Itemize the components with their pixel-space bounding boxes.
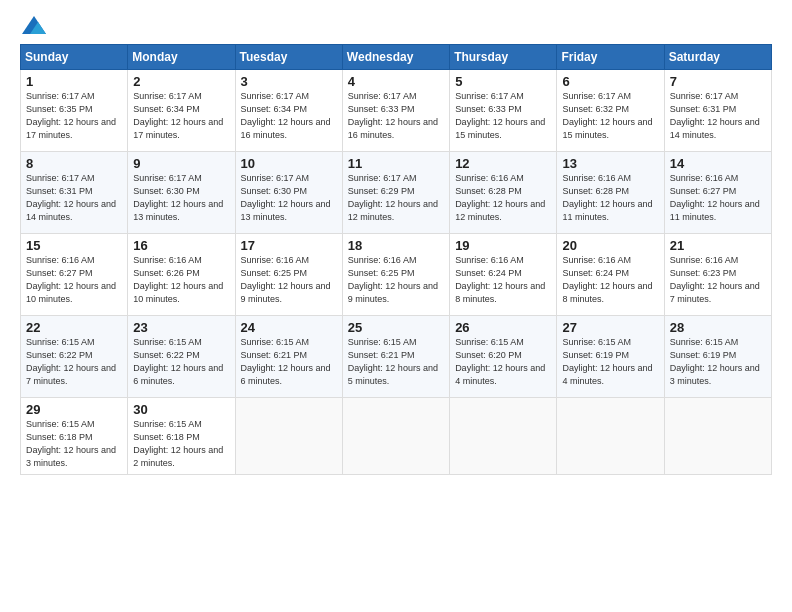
calendar-cell: 28 Sunrise: 6:15 AM Sunset: 6:19 PM Dayl… bbox=[664, 316, 771, 398]
day-info: Sunrise: 6:16 AM Sunset: 6:27 PM Dayligh… bbox=[670, 172, 766, 224]
day-number: 13 bbox=[562, 156, 658, 171]
weekday-header-thursday: Thursday bbox=[450, 45, 557, 70]
calendar-cell: 26 Sunrise: 6:15 AM Sunset: 6:20 PM Dayl… bbox=[450, 316, 557, 398]
calendar-cell: 24 Sunrise: 6:15 AM Sunset: 6:21 PM Dayl… bbox=[235, 316, 342, 398]
calendar-cell: 10 Sunrise: 6:17 AM Sunset: 6:30 PM Dayl… bbox=[235, 152, 342, 234]
logo-icon bbox=[22, 16, 46, 34]
day-info: Sunrise: 6:15 AM Sunset: 6:18 PM Dayligh… bbox=[26, 418, 122, 470]
day-info: Sunrise: 6:16 AM Sunset: 6:24 PM Dayligh… bbox=[562, 254, 658, 306]
day-info: Sunrise: 6:17 AM Sunset: 6:32 PM Dayligh… bbox=[562, 90, 658, 142]
weekday-header-monday: Monday bbox=[128, 45, 235, 70]
calendar-cell: 11 Sunrise: 6:17 AM Sunset: 6:29 PM Dayl… bbox=[342, 152, 449, 234]
logo bbox=[20, 16, 46, 34]
day-info: Sunrise: 6:17 AM Sunset: 6:30 PM Dayligh… bbox=[241, 172, 337, 224]
day-number: 25 bbox=[348, 320, 444, 335]
calendar-cell bbox=[557, 398, 664, 475]
calendar-cell: 7 Sunrise: 6:17 AM Sunset: 6:31 PM Dayli… bbox=[664, 70, 771, 152]
calendar-cell: 30 Sunrise: 6:15 AM Sunset: 6:18 PM Dayl… bbox=[128, 398, 235, 475]
day-info: Sunrise: 6:16 AM Sunset: 6:28 PM Dayligh… bbox=[455, 172, 551, 224]
calendar-cell: 13 Sunrise: 6:16 AM Sunset: 6:28 PM Dayl… bbox=[557, 152, 664, 234]
calendar-cell: 23 Sunrise: 6:15 AM Sunset: 6:22 PM Dayl… bbox=[128, 316, 235, 398]
day-info: Sunrise: 6:16 AM Sunset: 6:26 PM Dayligh… bbox=[133, 254, 229, 306]
day-number: 7 bbox=[670, 74, 766, 89]
day-number: 19 bbox=[455, 238, 551, 253]
day-info: Sunrise: 6:15 AM Sunset: 6:21 PM Dayligh… bbox=[348, 336, 444, 388]
logo-text bbox=[20, 16, 46, 34]
day-number: 18 bbox=[348, 238, 444, 253]
weekday-header-saturday: Saturday bbox=[664, 45, 771, 70]
day-info: Sunrise: 6:17 AM Sunset: 6:35 PM Dayligh… bbox=[26, 90, 122, 142]
calendar-cell: 2 Sunrise: 6:17 AM Sunset: 6:34 PM Dayli… bbox=[128, 70, 235, 152]
day-info: Sunrise: 6:15 AM Sunset: 6:20 PM Dayligh… bbox=[455, 336, 551, 388]
day-number: 9 bbox=[133, 156, 229, 171]
day-info: Sunrise: 6:16 AM Sunset: 6:27 PM Dayligh… bbox=[26, 254, 122, 306]
day-number: 2 bbox=[133, 74, 229, 89]
calendar-cell: 6 Sunrise: 6:17 AM Sunset: 6:32 PM Dayli… bbox=[557, 70, 664, 152]
calendar-cell bbox=[450, 398, 557, 475]
calendar-week-3: 15 Sunrise: 6:16 AM Sunset: 6:27 PM Dayl… bbox=[21, 234, 772, 316]
calendar-week-5: 29 Sunrise: 6:15 AM Sunset: 6:18 PM Dayl… bbox=[21, 398, 772, 475]
day-info: Sunrise: 6:16 AM Sunset: 6:25 PM Dayligh… bbox=[348, 254, 444, 306]
calendar-cell bbox=[235, 398, 342, 475]
day-info: Sunrise: 6:17 AM Sunset: 6:34 PM Dayligh… bbox=[133, 90, 229, 142]
calendar-cell bbox=[664, 398, 771, 475]
day-info: Sunrise: 6:17 AM Sunset: 6:29 PM Dayligh… bbox=[348, 172, 444, 224]
day-number: 15 bbox=[26, 238, 122, 253]
calendar-cell: 27 Sunrise: 6:15 AM Sunset: 6:19 PM Dayl… bbox=[557, 316, 664, 398]
calendar-cell: 8 Sunrise: 6:17 AM Sunset: 6:31 PM Dayli… bbox=[21, 152, 128, 234]
day-number: 17 bbox=[241, 238, 337, 253]
calendar-week-4: 22 Sunrise: 6:15 AM Sunset: 6:22 PM Dayl… bbox=[21, 316, 772, 398]
day-info: Sunrise: 6:16 AM Sunset: 6:28 PM Dayligh… bbox=[562, 172, 658, 224]
calendar-cell: 20 Sunrise: 6:16 AM Sunset: 6:24 PM Dayl… bbox=[557, 234, 664, 316]
page: SundayMondayTuesdayWednesdayThursdayFrid… bbox=[0, 0, 792, 612]
day-number: 23 bbox=[133, 320, 229, 335]
day-number: 27 bbox=[562, 320, 658, 335]
day-info: Sunrise: 6:17 AM Sunset: 6:31 PM Dayligh… bbox=[670, 90, 766, 142]
calendar-cell: 18 Sunrise: 6:16 AM Sunset: 6:25 PM Dayl… bbox=[342, 234, 449, 316]
calendar-cell: 5 Sunrise: 6:17 AM Sunset: 6:33 PM Dayli… bbox=[450, 70, 557, 152]
day-info: Sunrise: 6:16 AM Sunset: 6:25 PM Dayligh… bbox=[241, 254, 337, 306]
day-number: 20 bbox=[562, 238, 658, 253]
weekday-header-friday: Friday bbox=[557, 45, 664, 70]
day-info: Sunrise: 6:15 AM Sunset: 6:22 PM Dayligh… bbox=[133, 336, 229, 388]
day-info: Sunrise: 6:16 AM Sunset: 6:24 PM Dayligh… bbox=[455, 254, 551, 306]
day-number: 5 bbox=[455, 74, 551, 89]
day-info: Sunrise: 6:17 AM Sunset: 6:31 PM Dayligh… bbox=[26, 172, 122, 224]
day-info: Sunrise: 6:15 AM Sunset: 6:21 PM Dayligh… bbox=[241, 336, 337, 388]
day-number: 24 bbox=[241, 320, 337, 335]
day-number: 22 bbox=[26, 320, 122, 335]
day-info: Sunrise: 6:17 AM Sunset: 6:33 PM Dayligh… bbox=[455, 90, 551, 142]
calendar-cell: 25 Sunrise: 6:15 AM Sunset: 6:21 PM Dayl… bbox=[342, 316, 449, 398]
calendar-cell bbox=[342, 398, 449, 475]
day-number: 3 bbox=[241, 74, 337, 89]
calendar-cell: 29 Sunrise: 6:15 AM Sunset: 6:18 PM Dayl… bbox=[21, 398, 128, 475]
day-number: 29 bbox=[26, 402, 122, 417]
calendar-week-2: 8 Sunrise: 6:17 AM Sunset: 6:31 PM Dayli… bbox=[21, 152, 772, 234]
calendar-cell: 21 Sunrise: 6:16 AM Sunset: 6:23 PM Dayl… bbox=[664, 234, 771, 316]
weekday-header-tuesday: Tuesday bbox=[235, 45, 342, 70]
day-number: 4 bbox=[348, 74, 444, 89]
calendar-header-row: SundayMondayTuesdayWednesdayThursdayFrid… bbox=[21, 45, 772, 70]
day-info: Sunrise: 6:17 AM Sunset: 6:33 PM Dayligh… bbox=[348, 90, 444, 142]
day-info: Sunrise: 6:17 AM Sunset: 6:34 PM Dayligh… bbox=[241, 90, 337, 142]
calendar-cell: 4 Sunrise: 6:17 AM Sunset: 6:33 PM Dayli… bbox=[342, 70, 449, 152]
weekday-header-sunday: Sunday bbox=[21, 45, 128, 70]
day-number: 6 bbox=[562, 74, 658, 89]
day-number: 26 bbox=[455, 320, 551, 335]
calendar-cell: 14 Sunrise: 6:16 AM Sunset: 6:27 PM Dayl… bbox=[664, 152, 771, 234]
calendar-cell: 3 Sunrise: 6:17 AM Sunset: 6:34 PM Dayli… bbox=[235, 70, 342, 152]
day-info: Sunrise: 6:16 AM Sunset: 6:23 PM Dayligh… bbox=[670, 254, 766, 306]
day-number: 1 bbox=[26, 74, 122, 89]
day-info: Sunrise: 6:15 AM Sunset: 6:18 PM Dayligh… bbox=[133, 418, 229, 470]
calendar-cell: 1 Sunrise: 6:17 AM Sunset: 6:35 PM Dayli… bbox=[21, 70, 128, 152]
day-number: 12 bbox=[455, 156, 551, 171]
calendar-week-1: 1 Sunrise: 6:17 AM Sunset: 6:35 PM Dayli… bbox=[21, 70, 772, 152]
day-number: 11 bbox=[348, 156, 444, 171]
day-number: 10 bbox=[241, 156, 337, 171]
calendar-cell: 12 Sunrise: 6:16 AM Sunset: 6:28 PM Dayl… bbox=[450, 152, 557, 234]
day-info: Sunrise: 6:15 AM Sunset: 6:22 PM Dayligh… bbox=[26, 336, 122, 388]
calendar-cell: 19 Sunrise: 6:16 AM Sunset: 6:24 PM Dayl… bbox=[450, 234, 557, 316]
calendar: SundayMondayTuesdayWednesdayThursdayFrid… bbox=[20, 44, 772, 475]
day-number: 8 bbox=[26, 156, 122, 171]
day-number: 14 bbox=[670, 156, 766, 171]
